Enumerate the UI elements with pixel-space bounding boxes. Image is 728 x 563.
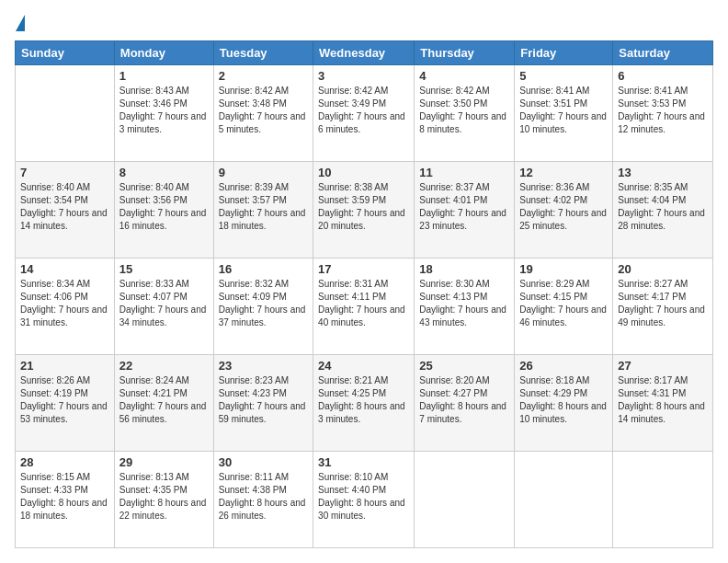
day-number: 10 bbox=[318, 166, 409, 179]
day-info: Sunrise: 8:32 AMSunset: 4:09 PMDaylight:… bbox=[219, 278, 308, 329]
calendar-week-row: 21Sunrise: 8:26 AMSunset: 4:19 PMDayligh… bbox=[16, 355, 713, 452]
weekday-header-tuesday: Tuesday bbox=[213, 41, 313, 65]
calendar-body: 1Sunrise: 8:43 AMSunset: 3:46 PMDaylight… bbox=[16, 65, 713, 548]
weekday-header-row: SundayMondayTuesdayWednesdayThursdayFrid… bbox=[16, 41, 713, 65]
calendar-cell: 9Sunrise: 8:39 AMSunset: 3:57 PMDaylight… bbox=[213, 162, 313, 259]
weekday-header-monday: Monday bbox=[114, 41, 213, 65]
calendar-cell: 20Sunrise: 8:27 AMSunset: 4:17 PMDayligh… bbox=[613, 259, 713, 355]
day-info: Sunrise: 8:20 AMSunset: 4:27 PMDaylight:… bbox=[419, 374, 509, 426]
day-info: Sunrise: 8:35 AMSunset: 4:04 PMDaylight:… bbox=[618, 181, 708, 233]
day-number: 6 bbox=[618, 69, 708, 83]
day-number: 3 bbox=[318, 69, 409, 83]
day-number: 24 bbox=[318, 359, 409, 373]
day-info: Sunrise: 8:40 AMSunset: 3:54 PMDaylight:… bbox=[20, 181, 109, 233]
day-info: Sunrise: 8:18 AMSunset: 4:29 PMDaylight:… bbox=[519, 374, 608, 426]
calendar-week-row: 14Sunrise: 8:34 AMSunset: 4:06 PMDayligh… bbox=[16, 259, 713, 355]
day-number: 14 bbox=[20, 262, 109, 276]
day-number: 7 bbox=[20, 166, 109, 179]
weekday-header-wednesday: Wednesday bbox=[313, 41, 415, 65]
calendar-cell: 12Sunrise: 8:36 AMSunset: 4:02 PMDayligh… bbox=[515, 162, 613, 259]
calendar-cell: 29Sunrise: 8:13 AMSunset: 4:35 PMDayligh… bbox=[114, 452, 213, 548]
calendar-cell: 6Sunrise: 8:41 AMSunset: 3:53 PMDaylight… bbox=[613, 65, 713, 162]
calendar-cell: 7Sunrise: 8:40 AMSunset: 3:54 PMDaylight… bbox=[16, 162, 115, 259]
day-info: Sunrise: 8:42 AMSunset: 3:49 PMDaylight:… bbox=[318, 85, 409, 136]
day-number: 1 bbox=[119, 69, 209, 83]
day-number: 29 bbox=[119, 455, 209, 469]
calendar-cell: 23Sunrise: 8:23 AMSunset: 4:23 PMDayligh… bbox=[213, 355, 313, 452]
day-info: Sunrise: 8:40 AMSunset: 3:56 PMDaylight:… bbox=[119, 181, 209, 233]
day-number: 12 bbox=[519, 166, 608, 179]
calendar-cell bbox=[613, 452, 713, 548]
calendar-cell: 25Sunrise: 8:20 AMSunset: 4:27 PMDayligh… bbox=[415, 355, 515, 452]
calendar-cell: 2Sunrise: 8:42 AMSunset: 3:48 PMDaylight… bbox=[213, 65, 313, 162]
day-number: 17 bbox=[318, 262, 409, 276]
calendar-week-row: 1Sunrise: 8:43 AMSunset: 3:46 PMDaylight… bbox=[16, 65, 713, 162]
day-number: 18 bbox=[419, 262, 509, 276]
calendar-cell: 18Sunrise: 8:30 AMSunset: 4:13 PMDayligh… bbox=[415, 259, 515, 355]
day-number: 23 bbox=[219, 359, 308, 373]
day-info: Sunrise: 8:30 AMSunset: 4:13 PMDaylight:… bbox=[419, 278, 509, 329]
calendar-cell: 8Sunrise: 8:40 AMSunset: 3:56 PMDaylight… bbox=[114, 162, 213, 259]
calendar-cell bbox=[16, 65, 115, 162]
calendar-cell: 19Sunrise: 8:29 AMSunset: 4:15 PMDayligh… bbox=[515, 259, 613, 355]
calendar-cell: 11Sunrise: 8:37 AMSunset: 4:01 PMDayligh… bbox=[415, 162, 515, 259]
day-info: Sunrise: 8:23 AMSunset: 4:23 PMDaylight:… bbox=[219, 374, 308, 426]
calendar-week-row: 7Sunrise: 8:40 AMSunset: 3:54 PMDaylight… bbox=[16, 162, 713, 259]
calendar-cell: 22Sunrise: 8:24 AMSunset: 4:21 PMDayligh… bbox=[114, 355, 213, 452]
day-info: Sunrise: 8:27 AMSunset: 4:17 PMDaylight:… bbox=[618, 278, 708, 329]
day-info: Sunrise: 8:24 AMSunset: 4:21 PMDaylight:… bbox=[119, 374, 209, 426]
day-info: Sunrise: 8:10 AMSunset: 4:40 PMDaylight:… bbox=[318, 471, 409, 523]
calendar-cell: 17Sunrise: 8:31 AMSunset: 4:11 PMDayligh… bbox=[313, 259, 415, 355]
calendar-cell: 14Sunrise: 8:34 AMSunset: 4:06 PMDayligh… bbox=[16, 259, 115, 355]
calendar-table: SundayMondayTuesdayWednesdayThursdayFrid… bbox=[15, 40, 713, 548]
calendar-week-row: 28Sunrise: 8:15 AMSunset: 4:33 PMDayligh… bbox=[16, 452, 713, 548]
day-info: Sunrise: 8:37 AMSunset: 4:01 PMDaylight:… bbox=[419, 181, 509, 233]
page: SundayMondayTuesdayWednesdayThursdayFrid… bbox=[0, 0, 728, 563]
day-number: 28 bbox=[20, 455, 109, 469]
day-info: Sunrise: 8:15 AMSunset: 4:33 PMDaylight:… bbox=[20, 471, 109, 523]
day-number: 4 bbox=[419, 69, 509, 83]
day-info: Sunrise: 8:17 AMSunset: 4:31 PMDaylight:… bbox=[618, 374, 708, 426]
day-number: 8 bbox=[119, 166, 209, 179]
day-info: Sunrise: 8:39 AMSunset: 3:57 PMDaylight:… bbox=[219, 181, 308, 233]
day-info: Sunrise: 8:26 AMSunset: 4:19 PMDaylight:… bbox=[20, 374, 109, 426]
day-info: Sunrise: 8:31 AMSunset: 4:11 PMDaylight:… bbox=[318, 278, 409, 329]
calendar-cell: 26Sunrise: 8:18 AMSunset: 4:29 PMDayligh… bbox=[515, 355, 613, 452]
day-number: 2 bbox=[219, 69, 308, 83]
day-number: 27 bbox=[618, 359, 708, 373]
calendar-cell: 5Sunrise: 8:41 AMSunset: 3:51 PMDaylight… bbox=[515, 65, 613, 162]
calendar-cell: 27Sunrise: 8:17 AMSunset: 4:31 PMDayligh… bbox=[613, 355, 713, 452]
calendar-cell bbox=[415, 452, 515, 548]
calendar-cell: 30Sunrise: 8:11 AMSunset: 4:38 PMDayligh… bbox=[213, 452, 313, 548]
calendar-cell bbox=[515, 452, 613, 548]
day-number: 9 bbox=[219, 166, 308, 179]
calendar-cell: 4Sunrise: 8:42 AMSunset: 3:50 PMDaylight… bbox=[415, 65, 515, 162]
calendar-cell: 24Sunrise: 8:21 AMSunset: 4:25 PMDayligh… bbox=[313, 355, 415, 452]
day-number: 11 bbox=[419, 166, 509, 179]
day-number: 13 bbox=[618, 166, 708, 179]
day-info: Sunrise: 8:38 AMSunset: 3:59 PMDaylight:… bbox=[318, 181, 409, 233]
day-info: Sunrise: 8:34 AMSunset: 4:06 PMDaylight:… bbox=[20, 278, 109, 329]
day-number: 15 bbox=[119, 262, 209, 276]
day-number: 31 bbox=[318, 455, 409, 469]
day-number: 25 bbox=[419, 359, 509, 373]
weekday-header-thursday: Thursday bbox=[415, 41, 515, 65]
weekday-header-sunday: Sunday bbox=[16, 41, 115, 65]
calendar-cell: 10Sunrise: 8:38 AMSunset: 3:59 PMDayligh… bbox=[313, 162, 415, 259]
day-number: 21 bbox=[20, 359, 109, 373]
calendar-cell: 16Sunrise: 8:32 AMSunset: 4:09 PMDayligh… bbox=[213, 259, 313, 355]
day-info: Sunrise: 8:29 AMSunset: 4:15 PMDaylight:… bbox=[519, 278, 608, 329]
calendar-cell: 31Sunrise: 8:10 AMSunset: 4:40 PMDayligh… bbox=[313, 452, 415, 548]
logo bbox=[15, 15, 25, 31]
calendar-cell: 3Sunrise: 8:42 AMSunset: 3:49 PMDaylight… bbox=[313, 65, 415, 162]
calendar-header: SundayMondayTuesdayWednesdayThursdayFrid… bbox=[16, 41, 713, 65]
day-number: 16 bbox=[219, 262, 308, 276]
day-number: 30 bbox=[219, 455, 308, 469]
day-info: Sunrise: 8:41 AMSunset: 3:51 PMDaylight:… bbox=[519, 85, 608, 136]
day-number: 22 bbox=[119, 359, 209, 373]
day-info: Sunrise: 8:11 AMSunset: 4:38 PMDaylight:… bbox=[219, 471, 308, 523]
day-info: Sunrise: 8:36 AMSunset: 4:02 PMDaylight:… bbox=[519, 181, 608, 233]
calendar-cell: 21Sunrise: 8:26 AMSunset: 4:19 PMDayligh… bbox=[16, 355, 115, 452]
logo-triangle-icon bbox=[16, 15, 25, 31]
day-number: 20 bbox=[618, 262, 708, 276]
